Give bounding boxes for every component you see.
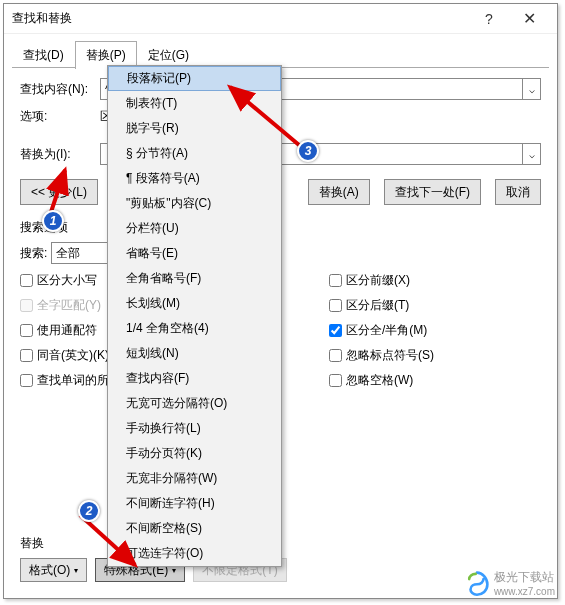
search-label: 搜索: — [20, 245, 47, 262]
format-dropdown[interactable]: 格式(O)▾ — [20, 558, 87, 582]
menu-item-paragraph-mark[interactable]: 段落标记(P) — [108, 66, 281, 91]
left-checks: 区分大小写 全字匹配(Y) 使用通配符 同音(英文)(K) 查找单词的所 — [20, 272, 109, 389]
dialog-title: 查找和替换 — [12, 10, 469, 27]
chk-wildcard[interactable]: 使用通配符 — [20, 322, 109, 339]
titlebar: 查找和替换 ? ✕ — [4, 4, 557, 34]
find-dropdown[interactable]: ⌵ — [523, 78, 541, 100]
menu-item[interactable]: § 分节符(A) — [108, 141, 281, 166]
menu-item[interactable]: "剪贴板"内容(C) — [108, 191, 281, 216]
options-label: 选项: — [20, 108, 100, 125]
menu-item[interactable]: 无宽可选分隔符(O) — [108, 391, 281, 416]
badge-3: 3 — [297, 140, 319, 162]
menu-item[interactable]: 长划线(M) — [108, 291, 281, 316]
find-label: 查找内容(N): — [20, 81, 100, 98]
tab-find[interactable]: 查找(D) — [12, 41, 75, 69]
chk-wordforms[interactable]: 查找单词的所 — [20, 372, 109, 389]
less-button[interactable]: << 更少(L) — [20, 179, 98, 205]
watermark-url: www.xz7.com — [494, 586, 555, 597]
watermark-text: 极光下载站 — [494, 569, 555, 586]
right-checks: 区分前缀(X) 区分后缀(T) 区分全/半角(M) 忽略标点符号(S) 忽略空格… — [329, 272, 434, 389]
chk-suffix[interactable]: 区分后缀(T) — [329, 297, 434, 314]
chk-punct[interactable]: 忽略标点符号(S) — [329, 347, 434, 364]
menu-item[interactable]: 全角省略号(F) — [108, 266, 281, 291]
special-menu: 段落标记(P) 制表符(T) 脱字号(R) § 分节符(A) ¶ 段落符号(A)… — [107, 65, 282, 567]
chk-width[interactable]: 区分全/半角(M) — [329, 322, 434, 339]
cancel-button[interactable]: 取消 — [495, 179, 541, 205]
replace-all-button[interactable]: 替换(A) — [308, 179, 370, 205]
menu-item[interactable]: 可选连字符(O) — [108, 541, 281, 566]
watermark-logo-icon — [464, 570, 490, 596]
chk-space[interactable]: 忽略空格(W) — [329, 372, 434, 389]
badge-1: 1 — [42, 210, 64, 232]
menu-item[interactable]: 查找内容(F) — [108, 366, 281, 391]
menu-item[interactable]: 不间断空格(S) — [108, 516, 281, 541]
menu-item[interactable]: 省略号(E) — [108, 241, 281, 266]
menu-item[interactable]: 制表符(T) — [108, 91, 281, 116]
caret-icon: ▾ — [74, 566, 78, 575]
chk-wholeword: 全字匹配(Y) — [20, 297, 109, 314]
tabstrip: 查找(D) 替换(P) 定位(G) — [4, 34, 557, 68]
menu-item[interactable]: 脱字号(R) — [108, 116, 281, 141]
watermark: 极光下载站 www.xz7.com — [464, 569, 555, 597]
menu-item[interactable]: 1/4 全角空格(4) — [108, 316, 281, 341]
menu-item[interactable]: 手动分页符(K) — [108, 441, 281, 466]
replace-label: 替换为(I): — [20, 146, 100, 163]
menu-item[interactable]: 短划线(N) — [108, 341, 281, 366]
menu-item[interactable]: 不间断连字符(H) — [108, 491, 281, 516]
menu-item[interactable]: ¶ 段落符号(A) — [108, 166, 281, 191]
menu-item[interactable]: 无宽非分隔符(W) — [108, 466, 281, 491]
search-direction-combo[interactable]: 全部 — [51, 242, 111, 264]
chk-soundslike[interactable]: 同音(英文)(K) — [20, 347, 109, 364]
menu-item[interactable]: 手动换行符(L) — [108, 416, 281, 441]
find-next-button[interactable]: 查找下一处(F) — [384, 179, 481, 205]
close-button[interactable]: ✕ — [509, 5, 549, 33]
menu-item[interactable]: 分栏符(U) — [108, 216, 281, 241]
chk-prefix[interactable]: 区分前缀(X) — [329, 272, 434, 289]
replace-dropdown[interactable]: ⌵ — [523, 143, 541, 165]
help-button[interactable]: ? — [469, 5, 509, 33]
badge-2: 2 — [78, 500, 100, 522]
chk-case[interactable]: 区分大小写 — [20, 272, 109, 289]
